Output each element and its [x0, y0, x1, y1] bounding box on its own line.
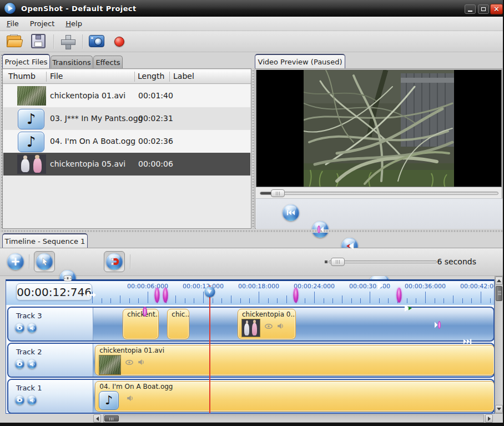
ruler-tick-label: 00:00:18:000 — [238, 283, 279, 290]
maximize-button[interactable] — [478, 4, 489, 14]
column-file[interactable]: File — [50, 72, 63, 81]
timeline-marker[interactable] — [154, 288, 159, 303]
file-name: 04. I'm On A Boat.ogg — [50, 137, 135, 146]
scroll-right-button[interactable] — [485, 414, 493, 423]
timeline-canvas[interactable]: 00:00:06:00000:00:12:00000:00:18:00000:0… — [6, 279, 495, 414]
open-project-button[interactable] — [7, 34, 23, 48]
track-visibility-button[interactable] — [15, 395, 24, 405]
video-frame-branches — [304, 70, 454, 187]
track-2-header: Track 2 — [8, 344, 93, 377]
track-visibility-button[interactable] — [15, 323, 24, 333]
menu-project[interactable]: Project — [26, 18, 59, 29]
toolbar-separator — [130, 254, 131, 269]
menu-file[interactable]: File — [2, 18, 23, 29]
clip[interactable]: chickentopia 0... — [238, 309, 296, 339]
title-bar: OpenShot - Default Project — [0, 0, 504, 17]
export-video-button[interactable] — [89, 35, 104, 47]
column-label[interactable]: Label — [173, 72, 194, 81]
seek-slider-handle[interactable] — [271, 189, 285, 197]
timeline-vertical-scrollbar[interactable] — [495, 276, 503, 414]
track-audio-button[interactable] — [27, 323, 37, 333]
clip[interactable]: chic... — [167, 309, 189, 339]
track-3[interactable]: Track 3 chickent... chic... chickentopia… — [7, 307, 495, 342]
ruler-tick-label: 00:00:12:000 — [183, 283, 224, 290]
track-visibility-button[interactable] — [15, 359, 24, 369]
file-name: chickentopia 01.avi — [50, 91, 125, 100]
window-title: OpenShot - Default Project — [21, 4, 137, 13]
marker-icon — [142, 306, 148, 317]
timecode-display: 00:00:12:746 — [16, 283, 92, 300]
zoom-slider-handle[interactable] — [331, 258, 345, 266]
clip-label: chic... — [172, 310, 189, 318]
speaker-icon — [277, 323, 284, 329]
tab-effects[interactable]: Effects — [93, 56, 123, 69]
file-row-selected[interactable]: chickentopia 05.avi 00:00:06 — [3, 153, 250, 176]
playhead-handle[interactable] — [205, 287, 215, 297]
select-tool-button[interactable] — [34, 251, 55, 272]
resize-arrows-icon — [86, 292, 96, 298]
eye-icon — [17, 326, 23, 330]
add-files-button[interactable] — [60, 34, 75, 49]
tab-timeline[interactable]: Timeline - Sequence 1 — [2, 233, 88, 248]
arrow-right-icon — [488, 417, 491, 421]
timeline-splitter-handle[interactable] — [0, 229, 504, 233]
track-1[interactable]: Track 1 04. I'm On A Boat.ogg ♪ — [7, 379, 495, 414]
close-button[interactable]: ✕ — [490, 4, 503, 14]
horizontal-scrollbar-thumb[interactable] — [104, 415, 119, 422]
ruler-tick-label: 00:00:06:000 — [127, 283, 168, 290]
razor-icon — [63, 275, 72, 282]
speaker-icon — [127, 395, 133, 402]
column-thumb[interactable]: Thumb — [8, 72, 36, 81]
clip-label: 04. I'm On A Boat.ogg — [99, 383, 173, 390]
scroll-up-button[interactable] — [495, 277, 503, 285]
tab-project-files[interactable]: Project Files — [2, 54, 50, 68]
file-row[interactable]: chickentopia 01.avi 00:01:40 — [3, 84, 250, 107]
file-length: 00:00:06 — [138, 159, 173, 168]
tab-transitions[interactable]: Transitions — [51, 56, 93, 69]
clip[interactable]: 04. I'm On A Boat.ogg ♪ — [95, 381, 495, 412]
tab-video-preview[interactable]: Video Preview (Paused) — [255, 54, 345, 68]
column-length[interactable]: Length — [138, 72, 164, 81]
record-button[interactable] — [114, 37, 124, 47]
open-folder-icon — [7, 34, 23, 48]
files-table-header: Thumb File Length Label — [3, 70, 251, 84]
timeline-marker[interactable] — [293, 288, 298, 303]
file-row[interactable]: ♪ 04. I'm On A Boat.ogg 00:02:36 — [3, 130, 250, 153]
toolbar-separator — [29, 254, 30, 269]
timeline-marker[interactable] — [163, 288, 168, 303]
timeline-marker[interactable] — [397, 288, 402, 303]
ruler-tick-label: 00:00:42:000 — [460, 283, 495, 290]
timeline-ruler[interactable]: 00:00:06:00000:00:12:00000:00:18:00000:0… — [6, 281, 494, 305]
maximize-icon — [481, 7, 486, 11]
file-row[interactable]: ♪ 03. J*** In My Pants.ogg 00:02:31 — [3, 107, 250, 130]
speaker-icon — [29, 362, 35, 367]
arrow-up-icon — [497, 279, 501, 282]
scroll-left-button[interactable] — [93, 414, 101, 423]
save-project-button[interactable] — [31, 34, 46, 48]
track-2[interactable]: Track 2 chickentopia 01.avi — [7, 343, 495, 378]
track-audio-button[interactable] — [27, 359, 37, 369]
zoom-slider[interactable] — [329, 260, 437, 263]
eye-icon — [125, 360, 133, 365]
seek-slider[interactable] — [260, 192, 498, 195]
clip[interactable]: chickentopia 01.avi — [95, 345, 495, 375]
zoom-level-label: 6 seconds — [434, 257, 476, 266]
menu-help[interactable]: Help — [61, 18, 87, 29]
project-files-panel: Thumb File Length Label chickentopia 01.… — [2, 68, 251, 229]
speaker-icon — [29, 325, 35, 331]
timeline-horizontal-scrollbar[interactable] — [103, 414, 484, 423]
snap-tool-button[interactable] — [104, 251, 125, 272]
add-track-button[interactable] — [7, 253, 24, 270]
track-audio-button[interactable] — [27, 395, 37, 405]
file-length: 00:02:36 — [138, 137, 173, 146]
toolbar-separator — [82, 34, 83, 49]
music-note-icon: ♪ — [18, 109, 44, 129]
minimize-button[interactable] — [465, 4, 476, 14]
scroll-down-button[interactable] — [495, 405, 503, 413]
jump-to-start-button[interactable] — [283, 204, 299, 221]
vertical-scrollbar-thumb[interactable] — [496, 286, 502, 301]
clip[interactable]: chickent... — [123, 309, 159, 339]
main-toolbar — [0, 31, 504, 52]
eye-icon — [265, 324, 273, 329]
grass-video-thumbnail — [99, 355, 121, 375]
